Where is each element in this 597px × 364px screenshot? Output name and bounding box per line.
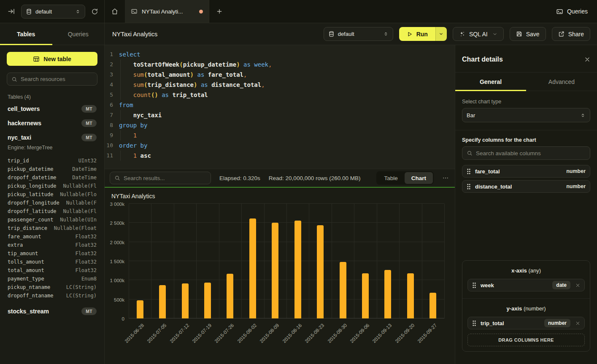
home-button[interactable]: [105, 0, 125, 23]
column-type: Nullable(F: [66, 200, 97, 206]
remove-column-icon[interactable]: [575, 283, 580, 288]
column-name: pickup_longitude: [8, 183, 57, 189]
column-name: dropoff_latitude: [8, 208, 57, 214]
column-item: dropoff_ntanameLC(String): [8, 291, 97, 300]
tab-general[interactable]: General: [455, 73, 526, 91]
database-selector[interactable]: default: [21, 5, 85, 19]
play-icon: [407, 31, 413, 37]
view-toggle-chart[interactable]: Chart: [405, 172, 433, 184]
terminal-icon: [556, 8, 563, 15]
refresh-icon[interactable]: [91, 8, 98, 15]
code-line: 1select: [105, 49, 455, 59]
database-icon: [26, 8, 32, 15]
table-item[interactable]: stocks_streamMT: [7, 304, 97, 318]
close-icon[interactable]: [584, 57, 590, 62]
line-number: 10: [105, 140, 119, 151]
table-name: stocks_stream: [8, 308, 49, 315]
drag-handle-icon[interactable]: [467, 183, 471, 190]
bar-chart-plot: 0500k1 000k1 500k2 000k2 500k3 000k2015-…: [129, 204, 444, 318]
database-selector[interactable]: default: [324, 27, 393, 41]
code-text: select: [119, 49, 140, 59]
y-axis-hint: (number): [524, 305, 546, 312]
run-options-button[interactable]: [435, 27, 447, 41]
search-columns-input[interactable]: [476, 150, 586, 156]
x-axis-label: 2015-09-06: [349, 323, 370, 344]
sidebar-tab-tables[interactable]: Tables: [0, 23, 52, 45]
collapse-sidebar-icon[interactable]: [8, 8, 15, 15]
save-button[interactable]: Save: [510, 27, 546, 41]
column-item: pickup_datetimeDateTime: [8, 165, 97, 173]
workspace: 1select2 toStartOfWeek(pickup_datetime) …: [105, 45, 597, 364]
column-chip[interactable]: fare_totalnumber: [462, 165, 590, 178]
column-name: fare_amount: [8, 234, 41, 240]
code-text: 1: [119, 130, 137, 140]
axis-config-box: x-axis (any) weekdate y-axis (number) tr…: [462, 260, 590, 352]
column-item: fare_amountFloat32: [8, 232, 97, 241]
share-button[interactable]: Share: [552, 27, 590, 41]
column-chip[interactable]: distance_totalnumber: [462, 180, 590, 193]
chart-bar: [362, 273, 369, 318]
x-axis-label: 2015-07-19: [191, 323, 212, 344]
x-axis-label: 2015-07-05: [146, 323, 167, 344]
grid-line: [129, 280, 444, 280]
table-item[interactable]: hackernewsMT: [7, 116, 97, 130]
y-axis-label: 1 500k: [110, 259, 124, 264]
grid-line: [377, 204, 377, 318]
sidebar-tab-queries-label: Queries: [68, 31, 89, 38]
drag-columns-drop-zone[interactable]: DRAG COLUMNS HERE: [467, 334, 585, 346]
chart-type-selector[interactable]: Bar: [462, 108, 590, 122]
results-search[interactable]: [110, 172, 211, 184]
chart-details-title: Chart details: [462, 56, 503, 63]
columns-search[interactable]: [462, 146, 590, 160]
sql-ai-button[interactable]: SQL AI: [453, 27, 504, 41]
sidebar-tab-queries[interactable]: Queries: [52, 23, 105, 45]
y-axis-label: 2 000k: [110, 240, 124, 245]
x-axis-label: 2015-09-13: [372, 323, 393, 344]
chart-bar: [159, 285, 166, 318]
new-table-button[interactable]: New table: [7, 52, 97, 66]
run-button-main[interactable]: Run: [399, 27, 435, 41]
chart-details-panel: Chart details General Advanced: [455, 45, 597, 364]
view-toggle-table[interactable]: Table: [377, 172, 404, 184]
code-line: 11 1 asc: [105, 151, 455, 161]
divider: [462, 298, 590, 299]
sidebar-search[interactable]: [7, 73, 97, 86]
engine-badge: MT: [81, 119, 97, 127]
x-axis-label: 2015-07-12: [169, 323, 190, 344]
line-number: 6: [105, 100, 119, 110]
remove-column-icon[interactable]: [575, 321, 580, 326]
drag-handle-icon[interactable]: [467, 168, 471, 175]
drag-handle-icon[interactable]: [472, 282, 476, 289]
tables-list: cell_towersMThackernewsMTnyc_taxiMTEngin…: [7, 102, 97, 318]
table-item[interactable]: nyc_taxiMT: [7, 130, 97, 145]
x-axis-label: x-axis: [511, 267, 527, 274]
y-axis-label: 0: [122, 316, 124, 321]
tab-nytaxi-analytics[interactable]: NYTaxi Analyti...: [125, 0, 209, 23]
grid-line: [129, 222, 444, 223]
new-tab-button[interactable]: [209, 0, 230, 23]
run-button[interactable]: Run: [399, 27, 447, 41]
search-resources-input[interactable]: [21, 76, 93, 82]
table-item[interactable]: cell_towersMT: [7, 102, 97, 116]
sql-editor[interactable]: 1select2 toStartOfWeek(pickup_datetime) …: [105, 45, 455, 169]
column-chip[interactable]: weekdate: [467, 279, 585, 291]
tab-advanced[interactable]: Advanced: [526, 73, 597, 91]
home-icon: [111, 8, 119, 15]
column-type: Nullable(Fl: [63, 208, 97, 214]
chart-details-tabs: General Advanced: [455, 73, 597, 91]
share-button-label: Share: [568, 31, 584, 38]
drag-handle-icon[interactable]: [472, 320, 476, 326]
grid-line: [129, 299, 444, 299]
column-name: trip_id: [8, 158, 29, 164]
code-text: count() as trip_total: [119, 90, 208, 100]
more-options-icon[interactable]: [442, 175, 449, 181]
x-axis-label: 2015-09-20: [394, 323, 415, 344]
chart-title: NYTaxi Analytics: [111, 193, 155, 200]
chevron-down-icon: [492, 32, 497, 37]
queries-button[interactable]: Queries: [556, 8, 588, 15]
column-type: number: [566, 168, 586, 174]
column-item: dropoff_latitudeNullable(Fl: [8, 207, 97, 216]
search-results-input[interactable]: [124, 175, 206, 181]
column-chip[interactable]: trip_totalnumber: [467, 317, 585, 329]
chevron-updown-icon: [580, 113, 586, 118]
